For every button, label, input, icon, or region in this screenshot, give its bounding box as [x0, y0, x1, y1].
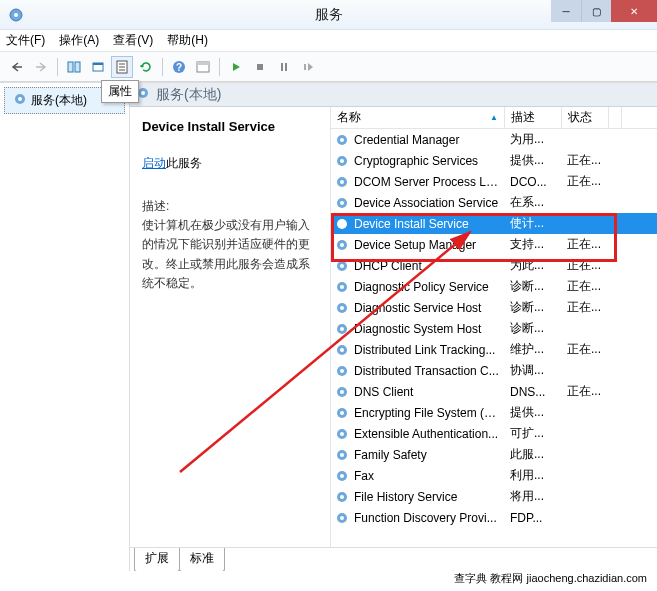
cell-name: DCOM Server Process La...	[350, 175, 506, 189]
column-header-desc[interactable]: 描述	[505, 107, 562, 128]
table-row[interactable]: DCOM Server Process La... DCO... 正在...	[331, 171, 657, 192]
svg-point-50	[340, 453, 344, 457]
table-row[interactable]: Function Discovery Provi... FDP...	[331, 507, 657, 528]
svg-point-22	[340, 159, 344, 163]
window-icon[interactable]	[192, 56, 214, 78]
cell-desc: 利用...	[506, 467, 563, 484]
detail-info: Device Install Service 启动此服务 描述: 使计算机在极少…	[130, 107, 330, 547]
menu-file[interactable]: 文件(F)	[6, 32, 45, 49]
tooltip: 属性	[101, 80, 139, 103]
table-row[interactable]: File History Service 将用...	[331, 486, 657, 507]
table-body[interactable]: Credential Manager 为用... Cryptographic S…	[331, 129, 657, 547]
properties-button[interactable]	[111, 56, 133, 78]
svg-point-56	[340, 516, 344, 520]
cell-desc: 提供...	[506, 152, 563, 169]
minimize-button[interactable]: ─	[551, 0, 581, 22]
table-row[interactable]: Diagnostic Service Host 诊断... 正在...	[331, 297, 657, 318]
tree-pane: 服务(本地)	[0, 83, 130, 571]
svg-point-38	[340, 327, 344, 331]
svg-point-30	[340, 243, 344, 247]
table-row[interactable]: Cryptographic Services 提供... 正在...	[331, 150, 657, 171]
tab-extended[interactable]: 扩展	[134, 548, 180, 571]
svg-point-54	[340, 495, 344, 499]
table-row[interactable]: Encrypting File System (E... 提供...	[331, 402, 657, 423]
gear-icon	[334, 427, 350, 441]
close-button[interactable]: ✕	[611, 0, 657, 22]
gear-icon	[334, 154, 350, 168]
table-row[interactable]: Credential Manager 为用...	[331, 129, 657, 150]
show-hide-button[interactable]	[63, 56, 85, 78]
gear-icon	[334, 175, 350, 189]
cell-desc: 诊断...	[506, 299, 563, 316]
cell-name: File History Service	[350, 490, 506, 504]
cell-name: Distributed Transaction C...	[350, 364, 506, 378]
svg-rect-2	[68, 62, 73, 72]
table-row[interactable]: Device Install Service 使计...	[331, 213, 657, 234]
window-controls: ─ ▢ ✕	[551, 0, 657, 22]
description-label: 描述:	[142, 197, 318, 216]
cell-desc: FDP...	[506, 511, 563, 525]
gear-icon	[334, 490, 350, 504]
back-button[interactable]	[6, 56, 28, 78]
table-row[interactable]: Diagnostic System Host 诊断...	[331, 318, 657, 339]
description-text: 使计算机在极少或没有用户输入的情况下能识别并适应硬件的更改。终止或禁用此服务会造…	[142, 216, 318, 293]
forward-button[interactable]	[30, 56, 52, 78]
table-row[interactable]: Distributed Link Tracking... 维护... 正在...	[331, 339, 657, 360]
gear-icon	[334, 469, 350, 483]
gear-icon	[334, 385, 350, 399]
right-header: 服务(本地)	[130, 83, 657, 107]
restart-service-button[interactable]	[297, 56, 319, 78]
cell-desc: DNS...	[506, 385, 563, 399]
cell-desc: 可扩...	[506, 425, 563, 442]
table-row[interactable]: DNS Client DNS... 正在...	[331, 381, 657, 402]
column-header-more[interactable]	[609, 107, 622, 128]
cell-status: 正在...	[563, 257, 610, 274]
table-row[interactable]: Device Association Service 在系...	[331, 192, 657, 213]
start-service-link[interactable]: 启动	[142, 156, 166, 170]
bottom-tabs: 扩展 标准	[130, 547, 657, 571]
tab-standard[interactable]: 标准	[179, 548, 225, 571]
cell-status: 正在...	[563, 341, 610, 358]
pause-service-button[interactable]	[273, 56, 295, 78]
right-pane: 服务(本地) Device Install Service 启动此服务 描述: …	[130, 83, 657, 571]
start-service-button[interactable]	[225, 56, 247, 78]
svg-point-26	[340, 201, 344, 205]
menu-view[interactable]: 查看(V)	[113, 32, 153, 49]
help-button[interactable]: ?	[168, 56, 190, 78]
svg-rect-3	[75, 62, 80, 72]
refresh-button[interactable]	[135, 56, 157, 78]
cell-desc: 将用...	[506, 488, 563, 505]
table-row[interactable]: Extensible Authentication... 可扩...	[331, 423, 657, 444]
stop-service-button[interactable]	[249, 56, 271, 78]
cell-desc: 为此...	[506, 257, 563, 274]
content-area: 服务(本地) 服务(本地) Device Install Service 启动此…	[0, 82, 657, 571]
table-row[interactable]: Distributed Transaction C... 协调...	[331, 360, 657, 381]
detail-body: Device Install Service 启动此服务 描述: 使计算机在极少…	[130, 107, 657, 547]
cell-desc: DCO...	[506, 175, 563, 189]
table-row[interactable]: Family Safety 此服...	[331, 444, 657, 465]
start-service-suffix: 此服务	[166, 156, 202, 170]
menu-help[interactable]: 帮助(H)	[167, 32, 208, 49]
cell-name: Diagnostic Service Host	[350, 301, 506, 315]
svg-point-1	[14, 13, 18, 17]
cell-name: Device Setup Manager	[350, 238, 506, 252]
svg-point-28	[340, 222, 344, 226]
table-row[interactable]: DHCP Client 为此... 正在...	[331, 255, 657, 276]
svg-rect-14	[304, 64, 306, 70]
svg-rect-10	[197, 62, 209, 65]
gear-icon	[334, 448, 350, 462]
gear-icon	[334, 196, 350, 210]
column-header-name[interactable]: 名称	[331, 107, 505, 128]
column-header-status[interactable]: 状态	[562, 107, 609, 128]
export-button[interactable]	[87, 56, 109, 78]
svg-point-20	[340, 138, 344, 142]
svg-rect-12	[281, 63, 283, 71]
cell-desc: 支持...	[506, 236, 563, 253]
svg-point-24	[340, 180, 344, 184]
cell-name: Fax	[350, 469, 506, 483]
menu-action[interactable]: 操作(A)	[59, 32, 99, 49]
maximize-button[interactable]: ▢	[581, 0, 611, 22]
table-row[interactable]: Device Setup Manager 支持... 正在...	[331, 234, 657, 255]
table-row[interactable]: Fax 利用...	[331, 465, 657, 486]
table-row[interactable]: Diagnostic Policy Service 诊断... 正在...	[331, 276, 657, 297]
